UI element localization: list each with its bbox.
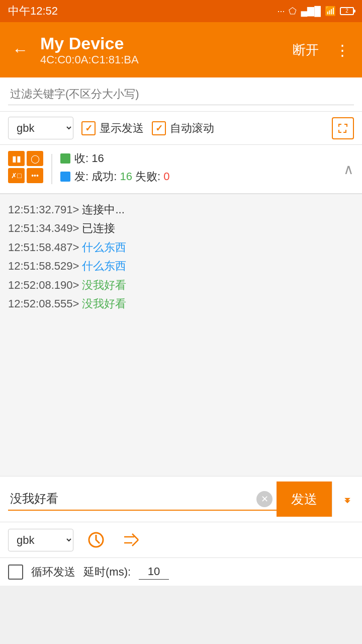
app-bar: ← My Device 4C:C0:0A:C1:81:BA 断开 ⋮: [0, 22, 362, 77]
share-button[interactable]: •••: [27, 168, 43, 183]
log-message: 没我好看: [82, 279, 126, 291]
recv-count: 16: [92, 152, 104, 165]
stats-info: 收: 16 发: 成功: 16 失败: 0: [60, 151, 335, 187]
send-fail-count: 0: [163, 170, 169, 183]
stats-bar: ▮▮ ◯ ✗□ ••• 收: 16 发: 成功:: [0, 145, 362, 194]
loop-checkbox[interactable]: [8, 565, 23, 580]
filter-input[interactable]: [8, 84, 354, 105]
app-bar-title-block: My Device 4C:C0:0A:C1:81:BA: [40, 33, 281, 67]
encoding-select-top[interactable]: gbk utf-8 ascii: [8, 117, 73, 139]
send-success-count: 16: [120, 170, 132, 183]
status-bar: 中午12:52 ··· ⬠ ▄▇█ 📶 2: [0, 0, 362, 22]
battery-icon: 2: [340, 7, 354, 15]
expand-history-button[interactable]: [332, 481, 362, 517]
log-timestamp: 12:52:08.190>: [8, 279, 82, 291]
send-text: 发: 成功: 16 失败: 0: [74, 169, 170, 184]
clear-x-icon: ✕: [261, 494, 268, 505]
filter-bar: [0, 77, 362, 112]
more-button[interactable]: ⋮: [331, 39, 354, 61]
loop-row: 循环发送 延时(ms):: [0, 558, 362, 586]
history-button[interactable]: [83, 527, 109, 552]
log-timestamp: 12:51:34.349>: [8, 222, 82, 234]
pause-button[interactable]: ▮▮: [8, 151, 25, 166]
record-button[interactable]: ◯: [27, 151, 43, 166]
status-time: 中午12:52: [8, 4, 58, 19]
log-entry: 12:51:34.349> 已连接: [8, 219, 354, 237]
stats-divider: [51, 154, 52, 184]
send-label: 发: 成功:: [74, 170, 117, 183]
log-entry: 12:52:08.555> 没我好看: [8, 294, 354, 313]
delay-input[interactable]: [139, 564, 169, 580]
app-bar-actions: 断开 ⋮: [289, 39, 354, 61]
bottom-area: ✕ 发送 gbk utf-8 ascii: [0, 476, 362, 586]
device-mac: 4C:C0:0A:C1:81:BA: [40, 53, 281, 66]
show-send-checkbox-item: 显示发送: [81, 121, 144, 136]
signal-dots-icon: ···: [277, 6, 285, 17]
send-stats: 发: 成功: 16 失败: 0: [60, 169, 335, 184]
log-entry: 12:51:58.487> 什么东西: [8, 238, 354, 257]
log-message: 没我好看: [82, 297, 126, 310]
send-row: ✕ 发送: [0, 476, 362, 522]
fail-label: 失败:: [135, 170, 160, 183]
log-message: 什么东西: [82, 241, 126, 254]
send-indicator: [60, 172, 70, 182]
fullscreen-button[interactable]: [332, 117, 354, 139]
back-button[interactable]: ←: [8, 37, 32, 63]
svg-line-3: [132, 540, 138, 546]
log-entry: 12:51:32.791> 连接中...: [8, 200, 354, 219]
log-timestamp: 12:52:08.555>: [8, 297, 82, 310]
recv-indicator: [60, 153, 70, 164]
clear-button[interactable]: ✗□: [8, 168, 25, 183]
log-timestamp: 12:51:32.791>: [8, 203, 82, 216]
loop-label: 循环发送: [31, 565, 75, 580]
send-input[interactable]: [8, 488, 277, 511]
wifi-icon: 📶: [325, 6, 336, 17]
template-button[interactable]: [119, 527, 144, 552]
log-message: 什么东西: [82, 260, 126, 272]
log-entry: 12:51:58.529> 什么东西: [8, 257, 354, 275]
show-send-label: 显示发送: [100, 121, 144, 136]
signal-bars-icon: ▄▇█: [301, 6, 321, 17]
log-entry: 12:52:08.190> 没我好看: [8, 276, 354, 294]
send-input-wrap: ✕: [8, 488, 277, 511]
recv-label: 收:: [74, 152, 88, 165]
show-send-checkbox[interactable]: [81, 121, 96, 135]
log-message: 连接中...: [82, 203, 124, 216]
auto-scroll-label: 自动滚动: [170, 121, 214, 136]
bottom-controls: gbk utf-8 ascii: [0, 522, 362, 558]
log-area: 12:51:32.791> 连接中...12:51:34.349> 已连接12:…: [0, 194, 362, 476]
clear-input-button[interactable]: ✕: [256, 491, 273, 507]
controls-bar: gbk utf-8 ascii 显示发送 自动滚动: [0, 112, 362, 145]
send-button-label: 发送: [291, 491, 317, 508]
recv-text: 收: 16: [74, 151, 104, 166]
stats-control-buttons: ▮▮ ◯ ✗□ •••: [8, 151, 43, 183]
encoding-select-bottom[interactable]: gbk utf-8 ascii: [8, 529, 73, 551]
collapse-button[interactable]: ∧: [343, 161, 354, 178]
bluetooth-icon: ⬠: [289, 6, 297, 17]
log-timestamp: 12:51:58.529>: [8, 260, 82, 272]
log-message: 已连接: [82, 222, 115, 234]
status-icons: ··· ⬠ ▄▇█ 📶 2: [277, 6, 354, 17]
auto-scroll-checkbox-item: 自动滚动: [152, 121, 214, 136]
recv-stats: 收: 16: [60, 151, 335, 166]
send-button[interactable]: 发送: [277, 481, 332, 517]
auto-scroll-checkbox[interactable]: [152, 121, 166, 135]
device-name: My Device: [40, 33, 281, 54]
disconnect-button[interactable]: 断开: [289, 39, 323, 61]
log-timestamp: 12:51:58.487>: [8, 241, 82, 254]
delay-label: 延时(ms):: [83, 565, 131, 580]
